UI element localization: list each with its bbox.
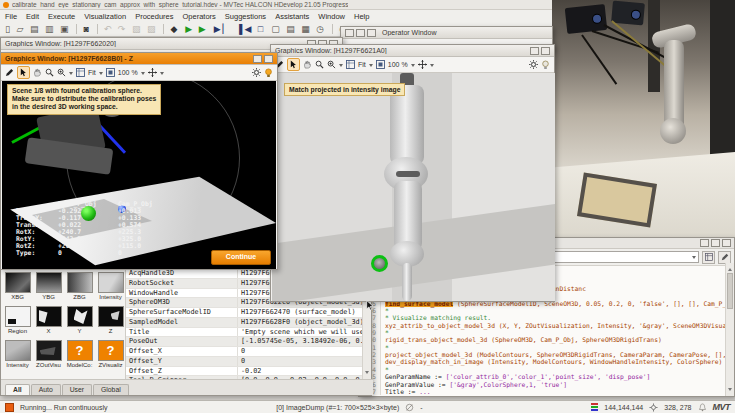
iconic-variable[interactable]: ?ModelCo:: [65, 340, 94, 373]
close-icon[interactable]: [722, 239, 731, 247]
acquisition-camera-icon[interactable]: ◙: [83, 24, 90, 34]
iconic-variable[interactable]: ZBG: [65, 272, 94, 305]
step-stop-buttons-icon[interactable]: ▶▏ ▐◀ □: [214, 24, 266, 34]
iconic-variable[interactable]: ?ZVisualiz: [96, 340, 125, 373]
code-vertical-scrollbar[interactable]: [725, 263, 734, 396]
image-thumbnail[interactable]: [98, 306, 124, 327]
zoom-100-icon[interactable]: [106, 68, 115, 77]
close-icon[interactable]: [264, 55, 273, 63]
iconic-variable[interactable]: Y: [65, 306, 94, 339]
menu-visualization[interactable]: Visualization: [84, 12, 126, 21]
pin-icon[interactable]: [700, 239, 709, 247]
tab-user[interactable]: User: [62, 384, 92, 395]
zoom-100-icon[interactable]: [376, 60, 385, 69]
iconic-variable[interactable]: YBG: [34, 272, 63, 305]
menu-execute[interactable]: Execute: [48, 12, 75, 21]
iconic-variable[interactable]: Intensity: [3, 340, 32, 373]
autopilot-icon[interactable]: ◆: [170, 24, 179, 34]
iconic-variable[interactable]: ZOutVisu: [34, 340, 63, 373]
iconic-variable[interactable]: X: [34, 306, 63, 339]
chevron-down-icon[interactable]: [141, 72, 145, 77]
menu-procedures[interactable]: Procedures: [135, 12, 173, 21]
iconic-variable[interactable]: XBG: [3, 272, 32, 305]
file-buttons-icon[interactable]: ▯ ▱ ▤ ▥ ▣: [5, 24, 70, 34]
continue-button[interactable]: Continue: [211, 250, 271, 265]
zoom-step-icon[interactable]: [57, 68, 66, 77]
chevron-down-icon[interactable]: [411, 64, 415, 69]
move-transform-icon[interactable]: [418, 60, 427, 69]
menu-suggestions[interactable]: Suggestions: [225, 12, 266, 21]
pointer-tool-selected[interactable]: [17, 66, 30, 79]
procedure-edit-button[interactable]: [718, 251, 731, 264]
fit-window-icon[interactable]: [346, 60, 355, 69]
lightbulb-icon[interactable]: [541, 60, 550, 70]
gear-icon[interactable]: [529, 60, 538, 69]
iconic-variable[interactable]: Z: [96, 306, 125, 339]
image-thumbnail[interactable]: [36, 272, 62, 293]
move-transform-icon[interactable]: [148, 68, 157, 77]
gear-icon[interactable]: [252, 68, 261, 77]
chevron-down-icon[interactable]: [692, 256, 696, 261]
table-row[interactable]: Title'Empty scene which we will use to f…: [126, 328, 364, 338]
image-thumbnail[interactable]: [5, 272, 31, 293]
operator-window-titlebar[interactable]: Operator Window: [341, 27, 552, 39]
image-thumbnail[interactable]: [67, 306, 93, 327]
scroll-down-icon[interactable]: [365, 371, 369, 376]
scroll-up-icon[interactable]: [728, 266, 732, 271]
graphics-window-6628B0-titlebar[interactable]: Graphics Window: [H1297F6628B0] - Z: [1, 53, 277, 65]
image-thumbnail[interactable]: [5, 340, 31, 361]
maximize-icon[interactable]: [711, 239, 720, 247]
fit-label[interactable]: Fit: [88, 69, 96, 76]
undefined-thumbnail[interactable]: ?: [67, 340, 93, 361]
fit-label[interactable]: Fit: [358, 61, 366, 68]
pose-3d-view[interactable]: Scene 1/8 with found calibration sphere.…: [2, 81, 276, 269]
maximize-icon[interactable]: [253, 55, 262, 63]
maximize-icon[interactable]: [356, 29, 365, 37]
table-row[interactable]: SphereSurfaceModelIDH1297F662470 (surfac…: [126, 308, 364, 318]
iconic-variable[interactable]: Intensity: [96, 272, 125, 305]
tab-global[interactable]: Global: [93, 384, 129, 395]
chevron-down-icon[interactable]: [339, 64, 343, 69]
zoom-icon[interactable]: [315, 60, 324, 69]
zoom-icon[interactable]: [45, 68, 54, 77]
chevron-down-icon[interactable]: [369, 64, 373, 69]
chevron-down-icon[interactable]: [430, 64, 434, 69]
image-thumbnail[interactable]: [36, 306, 62, 327]
pointer-tool-selected[interactable]: [287, 58, 300, 71]
tab-auto[interactable]: Auto: [31, 384, 61, 395]
chevron-down-icon[interactable]: [160, 72, 164, 77]
scroll-down-icon[interactable]: [728, 388, 732, 393]
pin-icon[interactable]: [345, 29, 354, 37]
menu-help[interactable]: Help: [354, 12, 369, 21]
zoom-step-icon[interactable]: [327, 60, 336, 69]
maximize-icon[interactable]: [530, 47, 539, 55]
table-row[interactable]: Offset_Z-0.02: [126, 367, 364, 377]
menu-edit[interactable]: Edit: [26, 12, 39, 21]
pan-hand-icon[interactable]: [303, 60, 312, 69]
tab-all[interactable]: All: [5, 384, 30, 395]
table-row[interactable]: SampledModelH1297F6628F0 (object_model_3…: [126, 318, 364, 328]
draw-pen-icon[interactable]: [5, 68, 14, 77]
close-icon[interactable]: [541, 47, 550, 55]
menu-assistants[interactable]: Assistants: [275, 12, 309, 21]
undefined-thumbnail[interactable]: ?: [98, 340, 124, 361]
menu-file[interactable]: File: [5, 12, 17, 21]
program-doc-icons[interactable]: ▢ ▤ ▦ ◷: [271, 24, 326, 34]
undo-redo-copy-icons[interactable]: ↶ ↷ ▧ ▨: [104, 24, 158, 34]
menu-operators[interactable]: Operators: [182, 12, 215, 21]
table-row[interactable]: PoseOut[-1.05745e-05, 3.18492e-06, 0.865…: [126, 337, 364, 347]
lightbulb-lit-icon[interactable]: [264, 68, 273, 78]
chevron-down-icon[interactable]: [99, 72, 103, 77]
image-thumbnail[interactable]: [98, 272, 124, 293]
intensity-image-view[interactable]: Match projected in intensity image: [272, 73, 555, 301]
iconic-variable[interactable]: Region: [3, 306, 32, 339]
menu-window[interactable]: Window: [318, 12, 345, 21]
run-buttons-icon[interactable]: ▶ ▶: [185, 24, 207, 34]
fit-window-icon[interactable]: [76, 68, 85, 77]
pan-hand-icon[interactable]: [33, 68, 42, 77]
image-thumbnail[interactable]: [67, 272, 93, 293]
table-row[interactable]: Offset_X0: [126, 347, 364, 357]
table-row[interactable]: Offset_Y0: [126, 357, 364, 367]
graphics-window-6621A0-titlebar[interactable]: Graphics Window: [H1297F6621A0]: [271, 45, 554, 57]
region-thumbnail[interactable]: [5, 306, 31, 327]
